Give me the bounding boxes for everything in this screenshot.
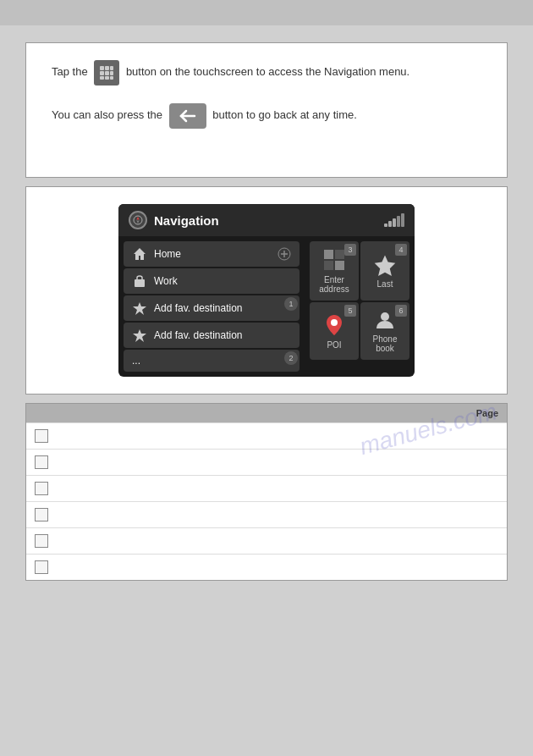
grid-icon: [94, 60, 119, 86]
nav-tile-phonebook[interactable]: 6 Phone book: [360, 302, 409, 360]
nav-tile-enter-address-badge: 3: [344, 244, 356, 256]
nav-item-home[interactable]: Home: [124, 241, 299, 267]
checkbox[interactable]: [35, 560, 48, 574]
table-header-num: [35, 408, 60, 418]
nav-tile-last[interactable]: 4 Last: [360, 241, 409, 301]
svg-rect-19: [335, 250, 344, 259]
checkbox[interactable]: [35, 534, 48, 548]
nav-left: Home Work: [118, 236, 305, 377]
top-bar: [0, 0, 533, 25]
checkbox[interactable]: [35, 482, 48, 495]
nav-box: Navigation: [25, 186, 508, 395]
instruction-text: Tap the button on the touchscreen to acc…: [52, 60, 481, 129]
nav-title: Navigation: [154, 213, 219, 228]
table-row-num: [35, 560, 60, 574]
table-row: [26, 422, 507, 449]
nav-tile-phonebook-label: Phone book: [364, 334, 406, 353]
svg-rect-2: [110, 66, 113, 70]
nav-item-work-label: Work: [154, 275, 291, 287]
svg-marker-11: [137, 220, 140, 223]
nav-right-row-2: 5 POI 6: [310, 302, 409, 360]
instruction-box: Tap the button on the touchscreen to acc…: [25, 42, 508, 178]
table-section: Page: [25, 403, 508, 581]
table-row: [26, 475, 507, 501]
table-header: Page: [26, 404, 507, 422]
checkbox[interactable]: [35, 508, 48, 521]
svg-rect-20: [324, 261, 333, 270]
signal-icon: [384, 213, 404, 227]
signal-bar-4: [397, 216, 400, 227]
nav-item-more-badge: 2: [284, 351, 298, 365]
table-header-desc: [69, 408, 448, 418]
svg-point-23: [331, 319, 338, 326]
svg-rect-0: [100, 66, 104, 70]
navigation-ui: Navigation: [118, 204, 415, 377]
table-row-num: [35, 482, 60, 495]
page-content: Tap the button on the touchscreen to acc…: [0, 25, 533, 598]
nav-tile-enter-address-label: Enter address: [313, 275, 355, 294]
nav-item-fav1-label: Add fav. destination: [154, 302, 291, 314]
nav-tile-last-label: Last: [377, 279, 393, 289]
svg-marker-17: [133, 329, 146, 342]
nav-item-fav2-label: Add fav. destination: [154, 329, 291, 341]
table-row-num: [35, 429, 60, 443]
back-button-icon: [169, 103, 206, 129]
nav-tile-phonebook-badge: 6: [395, 305, 407, 317]
svg-rect-1: [105, 66, 109, 70]
nav-header-left: Navigation: [129, 211, 219, 229]
nav-compass-icon: [129, 211, 147, 229]
nav-right-row-1: 3 Enter address 4: [310, 241, 409, 301]
svg-rect-15: [135, 279, 145, 287]
svg-rect-4: [105, 71, 109, 75]
nav-tile-poi-label: POI: [327, 340, 341, 350]
signal-bar-3: [393, 218, 396, 227]
svg-rect-8: [110, 76, 113, 80]
nav-tile-poi-badge: 5: [344, 305, 356, 317]
table-row: [26, 554, 507, 580]
table-row: [26, 449, 507, 475]
svg-marker-16: [133, 302, 146, 315]
svg-point-24: [381, 312, 389, 321]
table-row-num: [35, 508, 60, 521]
svg-rect-21: [335, 261, 344, 270]
table-row: [26, 527, 507, 554]
table-row-num: [35, 534, 60, 548]
nav-item-more-label: ...: [132, 355, 291, 367]
svg-rect-5: [110, 71, 113, 75]
svg-rect-6: [100, 76, 104, 80]
svg-rect-3: [100, 71, 104, 75]
nav-item-fav2[interactable]: Add fav. destination: [124, 323, 299, 348]
signal-bar-2: [388, 221, 392, 227]
signal-bar-5: [401, 213, 404, 227]
nav-item-work[interactable]: Work: [124, 268, 299, 294]
svg-marker-10: [137, 217, 140, 220]
table-header-page: Page: [456, 408, 498, 418]
nav-tile-poi[interactable]: 5 POI: [310, 302, 359, 360]
nav-item-more[interactable]: ... 2: [124, 350, 299, 372]
nav-right: 3 Enter address 4: [305, 236, 415, 377]
svg-rect-7: [105, 76, 109, 80]
svg-rect-18: [324, 250, 333, 259]
nav-tile-enter-address[interactable]: 3 Enter address: [310, 241, 359, 301]
table-row: [26, 501, 507, 527]
nav-header: Navigation: [118, 204, 415, 236]
checkbox[interactable]: [35, 429, 48, 443]
table-row-num: [35, 455, 60, 469]
signal-bar-1: [384, 223, 387, 227]
nav-body: Home Work: [118, 236, 415, 377]
nav-item-fav1[interactable]: Add fav. destination 1: [124, 295, 299, 321]
nav-tile-last-badge: 4: [395, 244, 407, 256]
svg-marker-22: [375, 255, 396, 276]
checkbox[interactable]: [35, 455, 48, 469]
nav-item-home-label: Home: [154, 248, 271, 260]
nav-item-fav1-badge: 1: [284, 297, 298, 311]
